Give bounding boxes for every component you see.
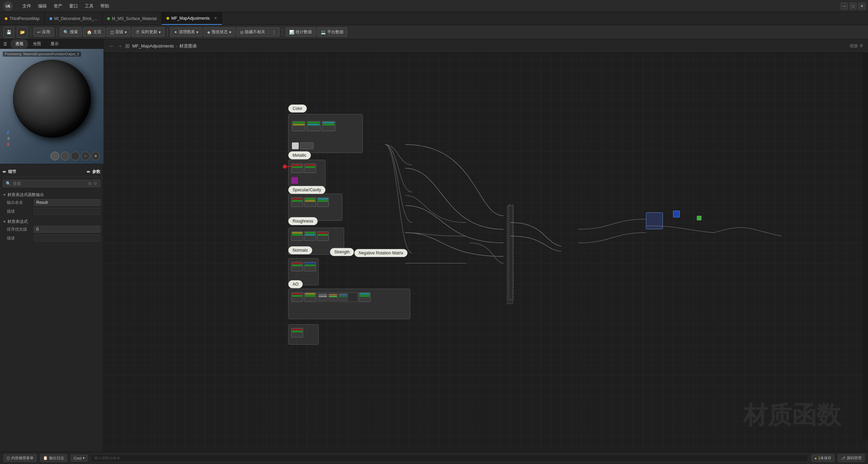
label-color[interactable]: Color: [288, 104, 307, 113]
label-normals[interactable]: Normals: [288, 246, 312, 254]
main-area: ☰ 透视 光照 显示 Previewing: MaterialExpressio…: [0, 39, 868, 452]
tab-mf[interactable]: MF_MapAdjustments ✕: [162, 12, 222, 25]
menu-tools[interactable]: 工具: [81, 2, 97, 11]
output-log-btn[interactable]: 📋 输出日志: [40, 454, 67, 462]
toolbar-search-btn[interactable]: 🔍 搜索: [60, 27, 82, 37]
toolbar-open-icon[interactable]: 📂: [17, 27, 28, 38]
tab-surface-icon: [107, 17, 110, 20]
unsaved-btn[interactable]: ● 1未保存: [811, 454, 834, 462]
desc2-value[interactable]: [34, 235, 100, 241]
tab-brick[interactable]: MI_Decorative_Brick_...: [45, 12, 102, 25]
nav-back-btn[interactable]: ←: [109, 43, 114, 49]
hamburger-btn[interactable]: ☰: [0, 40, 11, 48]
group-ao: [288, 289, 410, 319]
far-right-node1[interactable]: [646, 212, 663, 229]
metallic-node-label: Metallic: [293, 153, 307, 158]
tab-map-icon: [5, 17, 7, 20]
label-negative-rotation[interactable]: Negative Rotation Matrix: [354, 249, 408, 257]
group-extra: [288, 324, 319, 345]
normals-node-label: Normals: [293, 248, 308, 253]
label-ao[interactable]: AO: [288, 280, 303, 288]
search-input[interactable]: [13, 181, 86, 186]
hide-dots: ⋮: [272, 30, 276, 35]
console-input[interactable]: 输入控制台命令: [91, 455, 808, 462]
viewport[interactable]: Previewing: MaterialExpressionFunctionOu…: [0, 49, 103, 164]
perspective-btn[interactable]: 透视: [11, 39, 28, 49]
source-control-icon: ⎇: [841, 456, 845, 460]
section2-arrow: ▼: [3, 220, 6, 224]
realtime-icon: ⏱: [136, 30, 140, 35]
desc1-value[interactable]: [34, 208, 100, 215]
label-specular[interactable]: Specular/Cavity: [288, 186, 326, 194]
toolbar-apply-btn[interactable]: ↩ 应用: [34, 27, 54, 37]
label-roughness[interactable]: Roughness: [288, 217, 318, 225]
window-close[interactable]: ✕: [859, 3, 865, 9]
group-metallic: [288, 160, 326, 187]
menu-window[interactable]: 窗口: [66, 2, 81, 11]
roughness-node-label: Roughness: [293, 219, 313, 224]
clear-label: 清理图表: [179, 29, 195, 35]
source-control-btn[interactable]: ⎇ 源码管理: [838, 454, 865, 462]
group-color: [288, 114, 363, 153]
vp-sphere-btn[interactable]: [51, 152, 59, 160]
vp-cube-btn[interactable]: □: [81, 152, 90, 160]
negative-rotation-node-label: Negative Rotation Matrix: [359, 251, 403, 255]
label-strength[interactable]: Strength: [330, 248, 354, 256]
output-name-value[interactable]: Result: [34, 199, 100, 206]
vp-settings-btn[interactable]: ⚙: [91, 152, 100, 160]
cmd-btn[interactable]: Cmd ▾: [71, 455, 88, 462]
form-row-desc2: 描述: [3, 235, 100, 241]
toolbar-clear-btn[interactable]: ✦ 清理图表 ▾: [170, 27, 202, 37]
section2-title: 材质表达式: [7, 219, 28, 225]
unsaved-label: 1未保存: [818, 456, 831, 461]
vp-flat-btn[interactable]: [61, 152, 70, 160]
section2-header[interactable]: ▼ 材质表达式: [3, 217, 100, 226]
left-panel: ☰ 透视 光照 显示 Previewing: MaterialExpressio…: [0, 39, 103, 452]
right-column-node[interactable]: [507, 206, 513, 304]
toolbar-realtime-btn[interactable]: ⏱ 实时更新 ▾: [132, 27, 164, 37]
content-browser-btn[interactable]: ◫ 内容侧滑菜单: [3, 454, 37, 462]
menu-edit[interactable]: 编辑: [35, 2, 50, 11]
tab-map[interactable]: ThirdPersonMap: [0, 12, 45, 25]
tab-mf-close[interactable]: ✕: [214, 16, 217, 20]
section1-header[interactable]: ▼ 材质表达式函数输出: [3, 191, 100, 199]
search-icon: 🔍: [63, 30, 68, 35]
toolbar-home-btn[interactable]: 🏠 主页: [83, 27, 105, 37]
right-edge-indicator: [863, 53, 868, 440]
nav-forward-btn[interactable]: →: [117, 43, 122, 49]
search-box[interactable]: 🔍 ⊞ ⚙: [3, 180, 100, 187]
toolbar-platform-btn[interactable]: 💻 平台数据: [317, 27, 347, 37]
label-metallic[interactable]: Metallic: [288, 151, 311, 159]
vp-plane-btn[interactable]: [71, 152, 80, 160]
source-control-label: 源码管理: [847, 456, 862, 461]
toolbar-stats-btn[interactable]: 📊 统计数据: [285, 27, 316, 37]
view-mode-bar: ☰ 透视 光照 显示: [0, 39, 103, 49]
metallic-magenta-node: [291, 177, 298, 184]
tab-surface[interactable]: M_MS_Surface_Material: [102, 12, 162, 25]
lighting-btn[interactable]: 光照: [28, 39, 46, 49]
window-maximize[interactable]: □: [850, 3, 856, 9]
priority-value[interactable]: 0: [34, 226, 100, 233]
statusbar: ◫ 内容侧滑菜单 📋 输出日志 Cmd ▾ 输入控制台命令 ● 1未保存 ⎇ 源…: [0, 452, 868, 464]
bc-root[interactable]: MF_MapAdjustments: [132, 43, 174, 49]
far-right-node2[interactable]: [673, 211, 680, 217]
menu-assets[interactable]: 资产: [50, 2, 66, 11]
toolbar-preview-btn[interactable]: ◈ 预览状态 ▾: [203, 27, 235, 37]
tabs-bar: ThirdPersonMap MI_Decorative_Brick_... M…: [0, 12, 868, 25]
output-log-icon: 📋: [43, 456, 48, 460]
menu-file[interactable]: 文件: [19, 2, 35, 11]
panel-title-params: ✏ 参数: [87, 169, 100, 175]
canvas-area[interactable]: ← → ⊞ MF_MapAdjustments › 材质图表 缩放 -9: [103, 39, 868, 452]
window-minimize[interactable]: ─: [841, 3, 848, 9]
bc-graph-icon: ⊞: [125, 43, 130, 49]
toolbar-hide-btn[interactable]: ◎ 隐藏不相关 │ ⋮: [236, 27, 280, 37]
show-btn[interactable]: 显示: [46, 39, 63, 49]
far-right-connector: [697, 216, 702, 220]
toolbar-save-icon[interactable]: 💾: [3, 27, 14, 38]
menu-help[interactable]: 帮助: [97, 2, 113, 11]
params-icon: ✏: [87, 170, 90, 174]
panel-title-details: ✏ 细节: [3, 169, 16, 175]
svg-text:UE: UE: [6, 4, 11, 8]
home-label: 主页: [93, 29, 101, 35]
toolbar-layer-btn[interactable]: ◫ 层级 ▾: [106, 27, 131, 37]
